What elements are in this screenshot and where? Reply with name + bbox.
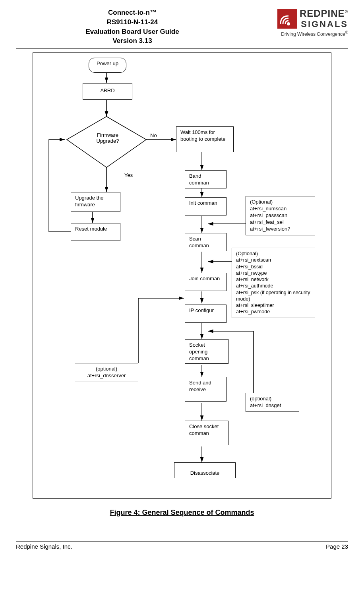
page-header: Connect-io-n™ RS9110-N-11-24 Evaluation … xyxy=(16,8,348,49)
node-upgrade-firmware: Upgrade the firmware xyxy=(71,192,120,212)
node-init-cmd: Init comman xyxy=(185,197,227,215)
node-socket-open: Socket opening comman xyxy=(185,339,228,364)
node-close-socket: Close socket comman xyxy=(185,421,228,445)
node-disassociate: Disassociate xyxy=(174,462,236,478)
node-reset-module: Reset module xyxy=(71,223,120,241)
logo-text-main: REDPINE xyxy=(300,8,345,19)
logo-block: REDPINE® SIGNALS Driving Wireless Conver… xyxy=(249,8,348,37)
node-abrd: ABRD xyxy=(83,83,132,100)
redpine-logo-icon xyxy=(277,9,297,29)
node-firmware-decision: Firmware Upgrade? xyxy=(92,132,124,144)
title-line1: Connect-io-n™ xyxy=(16,8,249,17)
doc-title-block: Connect-io-n™ RS9110-N-11-24 Evaluation … xyxy=(16,8,249,46)
title-line2: RS9110-N-11-24 xyxy=(16,17,249,27)
flowchart-diagram: Power up ABRD Firmware Upgrade? No Yes U… xyxy=(33,52,331,499)
figure-caption: Figure 4: General Sequence of Commands xyxy=(16,508,348,517)
label-yes: Yes xyxy=(124,172,133,178)
node-ip-config: IP configur xyxy=(185,305,227,323)
node-wait-boot: Wait 100ms for booting to complete xyxy=(176,126,234,152)
node-scan-cmd: Scan comman xyxy=(185,233,227,251)
label-no: No xyxy=(150,132,157,138)
node-optional-commands-1: (Optional) at+rsi_numscan at+rsi_passsca… xyxy=(246,196,315,235)
logo-tagline: Driving Wireless Convergence xyxy=(281,31,345,37)
svg-point-1 xyxy=(287,22,290,25)
footer-page-number: Page 23 xyxy=(326,543,348,550)
node-power-up: Power up xyxy=(89,58,126,73)
node-join-cmd: Join comman xyxy=(185,273,227,291)
title-line4: Version 3.13 xyxy=(16,36,249,46)
node-send-recv: Send and receive xyxy=(185,377,227,402)
node-optional-dnsserver: (optional) at+rsi_dnsserver xyxy=(75,363,138,382)
node-optional-dnsget: (optional) at+rsi_dnsget xyxy=(246,393,299,412)
title-line3: Evaluation Board User Guide xyxy=(16,27,249,37)
page-footer: Redpine Signals, Inc. Page 23 xyxy=(16,541,348,550)
node-band-cmd: Band comman xyxy=(185,170,227,188)
logo-text-sub: SIGNALS xyxy=(301,19,348,29)
footer-company: Redpine Signals, Inc. xyxy=(16,543,72,550)
node-optional-commands-2: (Optional) at+rsi_nextscan at+rsi_bssid … xyxy=(232,248,315,318)
